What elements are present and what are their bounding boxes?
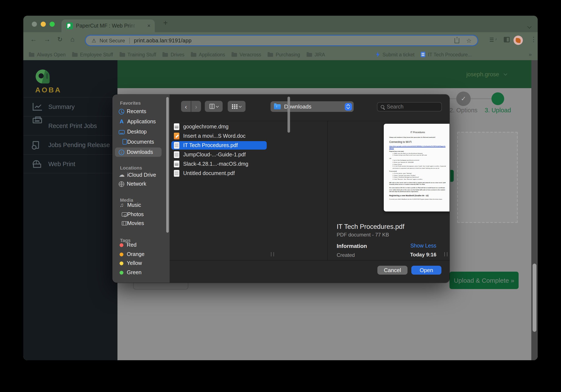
sidebar-item-recent-print-jobs[interactable]: Recent Print Jobs <box>23 116 118 135</box>
show-less-link[interactable]: Show Less <box>410 243 436 249</box>
bookmark-folder[interactable]: Employee Stuff <box>72 52 113 57</box>
dialog-sidebar-scrollbar-thumb[interactable] <box>166 97 169 233</box>
pdf-line: On some devices OS 15.1 or later a profi… <box>389 187 446 193</box>
sidebar-item-icloud-drive[interactable]: ☁ iCloud Drive <box>115 170 162 180</box>
bookmark-it-tech-procedures[interactable]: IT Tech Procedure... <box>421 52 472 57</box>
bookmark-submit-ticket[interactable]: Submit a ticket <box>376 52 414 57</box>
file-row[interactable]: Slack-4.28.1...-macOS.dmg <box>171 160 267 168</box>
sidebar-item-recents[interactable]: Recents <box>115 107 162 116</box>
home-icon[interactable]: ⌂ <box>70 36 75 43</box>
file-open-dialog: Favorites Recents A Applications Desktop <box>112 95 450 283</box>
pane-resize-grip-icon[interactable] <box>444 252 447 256</box>
sidebar-item-jobs-pending-release[interactable]: Jobs Pending Release <box>23 135 118 154</box>
bookmark-folder[interactable]: JIRA <box>306 52 325 57</box>
search-input[interactable] <box>387 104 433 110</box>
url-address[interactable]: print.aoba.lan:9191/app <box>134 38 192 43</box>
location-dropdown[interactable]: Downloads <box>270 101 354 112</box>
pdf-line: 3. go to http://aobajapan.jamfcloud.com/… <box>393 159 446 161</box>
reload-icon[interactable]: ↻ <box>57 36 63 43</box>
tag-green[interactable]: Green <box>115 268 162 277</box>
file-row[interactable]: googlechrome.dmg <box>171 122 267 131</box>
pdf-line: Registering a new ipad: <box>389 150 446 152</box>
user-menu-chevron-icon[interactable] <box>504 72 507 76</box>
file-icon <box>174 151 179 158</box>
sidebar-item-desktop[interactable]: Desktop <box>115 127 162 137</box>
url-bar[interactable]: ⚠ Not Secure print.aoba.lan:9191/app ☆ <box>85 35 478 46</box>
column-view-button[interactable] <box>205 101 223 112</box>
not-secure-label[interactable]: Not Secure <box>100 38 125 43</box>
pdf-line: 4. Click "Remove", then "Remove" again t… <box>393 178 446 180</box>
media-controls-icon[interactable] <box>490 38 495 42</box>
sidebar-item-documents[interactable]: Documents <box>115 137 162 147</box>
page-scrollbar-thumb[interactable] <box>533 264 536 332</box>
chevron-down-icon <box>239 105 242 107</box>
page-scrollbar[interactable] <box>531 60 538 360</box>
file-row[interactable]: IT Tech Procedures.pdf <box>171 141 267 150</box>
pdf-preview-thumbnail: IT ProceduresAlways ask students if they… <box>384 124 450 212</box>
bookmark-folder[interactable]: Always Open <box>29 52 66 57</box>
tag-orange[interactable]: Orange <box>115 250 162 259</box>
dropdown-stepper-icon[interactable] <box>345 103 352 110</box>
tab-close-icon[interactable]: × <box>147 22 151 29</box>
file-row[interactable]: Untitled document.pdf <box>171 169 267 178</box>
created-label: Created <box>337 252 355 258</box>
profile-avatar[interactable] <box>514 36 523 45</box>
tag-yellow[interactable]: Yellow <box>115 258 162 268</box>
pane-resize-grip-icon[interactable] <box>271 252 274 256</box>
user-menu[interactable]: joseph.grose <box>466 71 499 77</box>
bookmark-star-icon[interactable]: ☆ <box>466 37 472 44</box>
dialog-search-field[interactable] <box>377 102 442 111</box>
dialog-sidebar: Favorites Recents A Applications Desktop <box>112 95 170 283</box>
share-icon[interactable] <box>455 38 459 43</box>
bookmark-folder[interactable]: Veracross <box>232 52 261 57</box>
preview-scrollbar-thumb[interactable] <box>288 97 290 133</box>
file-name: IT Tech Procedures.pdf <box>183 142 238 148</box>
browser-menu-icon[interactable]: ⋮ <box>530 36 537 43</box>
tag-red[interactable]: Red <box>115 240 162 250</box>
side-panel-icon[interactable] <box>504 37 510 42</box>
sidebar-item-network[interactable]: Network <box>115 179 162 189</box>
open-button[interactable]: Open <box>411 266 442 275</box>
bookmark-folder[interactable]: Training Stuff <box>119 52 156 57</box>
bookmarks-overflow-icon[interactable]: » <box>529 51 532 58</box>
sidebar-item-movies[interactable]: Movies <box>115 219 162 228</box>
window-zoom-light[interactable] <box>50 21 55 27</box>
group-view-button[interactable] <box>228 101 246 112</box>
dialog-back-button[interactable]: ‹ <box>181 101 191 112</box>
sidebar-item-photos[interactable]: Photos <box>115 210 162 219</box>
file-row[interactable]: JumpCloud-...-Guide-1.pdf <box>171 150 267 159</box>
forward-icon[interactable]: → <box>44 36 51 43</box>
bookmark-label: IT Tech Procedure... <box>428 52 472 57</box>
orange-tag-dot-icon <box>119 252 123 256</box>
bookmark-folder[interactable]: Purchasing <box>268 52 300 57</box>
upload-dropzone[interactable] <box>457 132 518 223</box>
window-minimize-light[interactable] <box>41 21 46 27</box>
sidebar-item-downloads[interactable]: ↓ Downloads <box>115 148 162 157</box>
bookmark-label: Submit a ticket <box>382 52 414 57</box>
back-icon[interactable]: ← <box>30 36 37 43</box>
new-tab-button[interactable]: + <box>163 19 168 28</box>
preview-file-name: IT Tech Procedures.pdf <box>337 223 404 231</box>
partially-hidden-green-button[interactable] <box>450 170 454 182</box>
browser-tab[interactable]: PaperCut MF : Web Print - Step × <box>62 20 155 32</box>
file-name: Slack-4.28.1...-macOS.dmg <box>183 161 248 167</box>
sidebar-item-applications[interactable]: A Applications <box>115 117 162 126</box>
bookmark-folder[interactable]: Applications <box>191 52 225 57</box>
sidebar-item-web-print[interactable]: Web Print <box>23 154 118 173</box>
file-row[interactable]: Insert a movi...S Word.doc <box>171 132 267 140</box>
file-icon <box>174 161 179 167</box>
tab-search-chevron-icon[interactable] <box>528 22 531 30</box>
not-secure-warning-icon[interactable]: ⚠ <box>92 38 96 43</box>
sidebar-item-summary[interactable]: Summary <box>23 97 118 116</box>
grid-icon <box>232 104 237 109</box>
sidebar-item-music[interactable]: ♫ Music <box>115 201 162 210</box>
footer-divider <box>170 260 450 261</box>
tab-strip: PaperCut MF : Web Print - Step × + <box>23 16 538 32</box>
window-close-light[interactable] <box>32 21 37 27</box>
clock-icon <box>119 109 124 114</box>
upload-complete-button[interactable]: Upload & Complete » <box>450 272 518 289</box>
bookmark-folder[interactable]: Drives <box>163 52 184 57</box>
dialog-forward-button[interactable]: › <box>191 101 201 112</box>
search-icon <box>381 105 384 108</box>
cancel-button[interactable]: Cancel <box>378 266 408 275</box>
